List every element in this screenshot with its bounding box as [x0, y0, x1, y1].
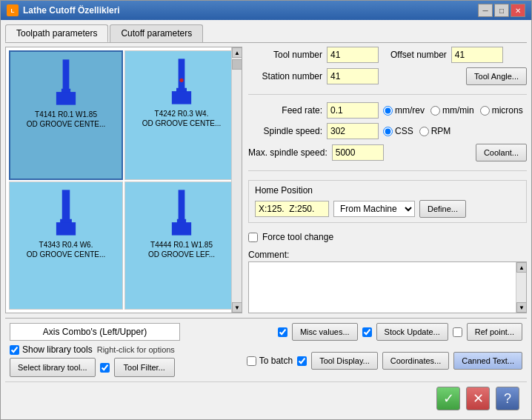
- close-button[interactable]: ✕: [511, 4, 525, 17]
- tool-scrollbar[interactable]: ▲ ▼: [231, 47, 242, 313]
- cancel-icon: ✕: [473, 390, 484, 407]
- microns-option[interactable]: microns: [480, 105, 523, 116]
- max-spindle-row: Max. spindle speed: Coolant...: [248, 144, 527, 161]
- canned-text-button[interactable]: Canned Text...: [453, 352, 522, 370]
- tool-svg-1: [47, 56, 84, 108]
- show-library-checkbox[interactable]: [10, 345, 19, 355]
- spindle-speed-row: Spindle speed: CSS RPM: [248, 123, 527, 139]
- svg-rect-5: [179, 59, 185, 91]
- svg-rect-9: [62, 190, 70, 222]
- home-position-group: Home Position From Machine Define...: [248, 180, 527, 223]
- mm-min-option[interactable]: mm/min: [430, 105, 474, 116]
- max-spindle-input[interactable]: [332, 144, 384, 161]
- misc-values-button[interactable]: Misc values...: [292, 323, 358, 341]
- force-tool-change-checkbox[interactable]: [248, 233, 258, 242]
- tool-filter-checkbox[interactable]: [100, 363, 110, 373]
- station-number-input[interactable]: [327, 68, 379, 84]
- mm-rev-option[interactable]: mm/rev: [383, 105, 425, 116]
- tool-number-label: Tool number: [248, 50, 322, 60]
- svg-rect-4: [56, 92, 76, 105]
- misc-values-checkbox[interactable]: [278, 327, 287, 337]
- coolant-button[interactable]: Coolant...: [476, 144, 527, 161]
- right-btn-row-2: To batch Tool Display... Coordinates... …: [179, 352, 522, 370]
- comment-scroll-up[interactable]: ▲: [516, 262, 527, 273]
- minimize-button[interactable]: ─: [478, 4, 493, 17]
- microns-label: microns: [492, 105, 523, 116]
- offset-number-input[interactable]: [451, 47, 503, 63]
- tool-angle-button[interactable]: Tool Angle...: [466, 67, 527, 85]
- ref-point-button[interactable]: Ref point...: [467, 323, 522, 341]
- tool-number-section: Tool number Offset number Station number…: [248, 47, 527, 87]
- home-position-input[interactable]: [255, 201, 329, 217]
- tool-display-checkbox[interactable]: [297, 356, 307, 366]
- ok-button[interactable]: ✓: [436, 387, 460, 410]
- svg-point-8: [179, 79, 183, 82]
- define-button[interactable]: Define...: [419, 200, 466, 218]
- feed-units-group: mm/rev mm/min microns: [383, 105, 523, 116]
- to-batch-text: To batch: [259, 356, 293, 366]
- stock-update-checkbox[interactable]: [362, 327, 372, 337]
- axis-combo-text: Axis Combo's (Left/Upper): [43, 327, 147, 337]
- tool-label-2: T4242 R0.3 W4.OD GROOVE CENTE...: [142, 109, 222, 128]
- scroll-up[interactable]: ▲: [232, 47, 242, 58]
- svg-rect-11: [56, 222, 76, 236]
- microns-radio[interactable]: [480, 106, 490, 116]
- scroll-down[interactable]: ▼: [232, 302, 242, 313]
- css-radio[interactable]: [383, 127, 393, 136]
- action-buttons-bar: ✓ ✕ ?: [5, 381, 527, 415]
- to-batch-checkbox[interactable]: [247, 356, 256, 366]
- mm-rev-radio[interactable]: [383, 106, 393, 116]
- title-bar: L Lathe Cutoff Özellikleri ─ □ ✕: [1, 1, 531, 20]
- to-batch-label[interactable]: To batch: [247, 356, 293, 366]
- ref-point-checkbox[interactable]: [453, 327, 462, 337]
- max-spindle-label: Max. spindle speed:: [248, 147, 327, 158]
- tool-item-2[interactable]: T4242 R0.3 W4.OD GROOVE CENTE...: [124, 50, 239, 180]
- comment-section: Comment: ▲ ▼: [248, 250, 527, 313]
- stock-update-button[interactable]: Stock Update...: [376, 323, 448, 341]
- tool-number-input[interactable]: [327, 47, 379, 63]
- app-icon: L: [7, 4, 19, 16]
- tool-filter-button[interactable]: Tool Filter...: [114, 358, 175, 377]
- mm-min-radio[interactable]: [430, 106, 440, 116]
- tool-grid: T4141 R0.1 W1.85OD GROOVE CENTE... T4242…: [6, 47, 242, 313]
- select-library-button[interactable]: Select library tool...: [10, 358, 96, 377]
- tool-display-button[interactable]: Tool Display...: [311, 352, 378, 370]
- scroll-thumb[interactable]: [232, 59, 242, 70]
- right-click-text: Right-click for options: [97, 345, 175, 354]
- force-tool-change-label: Force tool change: [262, 232, 333, 242]
- coordinates-button[interactable]: Coordinates...: [382, 352, 449, 370]
- rpm-option[interactable]: RPM: [419, 126, 451, 136]
- comment-textarea[interactable]: [249, 262, 516, 313]
- feed-rate-input[interactable]: [327, 102, 379, 119]
- svg-rect-7: [172, 91, 191, 104]
- tool-item-4[interactable]: T4444 R0.1 W1.85OD GROOVE LEF...: [124, 181, 239, 310]
- title-buttons: ─ □ ✕: [478, 4, 525, 17]
- comment-scroll-down[interactable]: ▼: [516, 302, 527, 313]
- maximize-button[interactable]: □: [494, 4, 509, 17]
- tool-label-3: T4343 R0.4 W6.OD GROOVE CENTE...: [27, 240, 106, 259]
- from-machine-select[interactable]: From Machine: [333, 201, 415, 217]
- comment-area-wrap: ▲ ▼: [248, 261, 527, 313]
- library-tools-row: Select library tool... Tool Filter...: [10, 358, 175, 377]
- ok-icon: ✓: [443, 390, 454, 407]
- show-library-label[interactable]: Show library tools: [10, 344, 93, 355]
- show-library-row: Show library tools Right-click for optio…: [10, 344, 175, 355]
- css-option[interactable]: CSS: [383, 126, 413, 136]
- svg-rect-14: [172, 222, 191, 236]
- tool-item-3[interactable]: T4343 R0.4 W6.OD GROOVE CENTE...: [9, 181, 123, 310]
- main-window: L Lathe Cutoff Özellikleri ─ □ ✕ Toolpat…: [0, 0, 532, 420]
- tab-bar: Toolpath parameters Cutoff parameters: [5, 24, 527, 43]
- tool-label-1: T4141 R0.1 W1.85OD GROOVE CENTE...: [27, 110, 106, 129]
- tab-toolpath[interactable]: Toolpath parameters: [5, 24, 108, 42]
- rpm-radio[interactable]: [419, 127, 429, 136]
- right-btn-row-1: Misc values... Stock Update... Ref point…: [184, 323, 522, 341]
- cancel-button[interactable]: ✕: [466, 387, 490, 410]
- offset-number-label: Offset number: [390, 50, 447, 60]
- mm-rev-label: mm/rev: [395, 105, 425, 116]
- help-button[interactable]: ?: [496, 387, 519, 410]
- tab-cutoff[interactable]: Cutoff parameters: [110, 24, 203, 42]
- spindle-speed-input[interactable]: [327, 123, 379, 139]
- comment-label: Comment:: [248, 250, 527, 260]
- comment-scroll-track: [516, 273, 526, 302]
- tool-item-1[interactable]: T4141 R0.1 W1.85OD GROOVE CENTE...: [9, 50, 123, 180]
